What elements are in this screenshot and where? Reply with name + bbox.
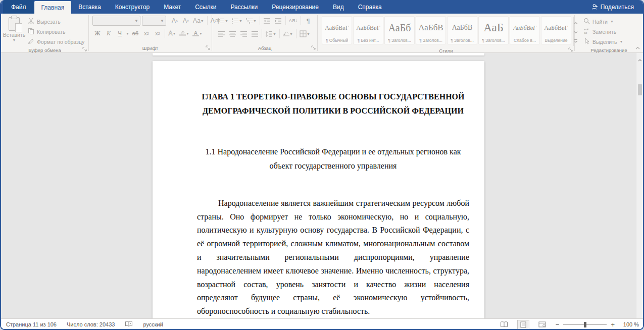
body-paragraph: Народонаселение является важнейшим страт… — [197, 197, 469, 318]
ribbon: Вставить ▼ Вырезать Копировать Формат по… — [1, 14, 643, 53]
style-no-spacing[interactable]: АаБбВвГ ¶ Без инт... — [353, 16, 383, 44]
style-subtle-emphasis[interactable]: АаБбВвГ Слабое в... — [510, 16, 540, 44]
editing-group-label: Редактирование — [590, 47, 627, 53]
tab-view[interactable]: Вид — [326, 0, 351, 14]
font-name-combobox[interactable]: ▼ — [92, 16, 140, 26]
status-bar: Страница 11 из 106 Число слов: 20433 рус… — [1, 318, 643, 330]
superscript-button[interactable]: х2 — [153, 28, 163, 38]
tab-insert[interactable]: Вставка — [71, 0, 108, 14]
underline-button[interactable]: Ч — [115, 28, 125, 38]
chapter-heading: ГЛАВА 1 ТЕОРЕТИКО-ПРАВОВЫЕ ОСНОВЫ ГОСУДА… — [197, 90, 469, 118]
word-count[interactable]: Число слов: 20433 — [62, 321, 120, 327]
replace-icon: ас — [583, 28, 590, 35]
bullets-button[interactable]: ▼ — [216, 16, 229, 26]
paste-clipboard-icon — [9, 17, 20, 31]
paste-button[interactable]: Вставить ▼ — [3, 16, 25, 41]
paragraph-group-label: Абзац — [258, 45, 272, 51]
format-painter-label: Формат по образцу — [37, 39, 84, 45]
clipboard-dialog-launcher-icon[interactable] — [82, 47, 87, 52]
highlight-color-button[interactable]: ▼ — [178, 28, 190, 38]
tab-help[interactable]: Справка — [351, 0, 389, 14]
tab-design[interactable]: Конструктор — [108, 0, 157, 14]
zoom-level[interactable]: 100 % — [622, 321, 639, 327]
tab-file[interactable]: Файл — [3, 0, 34, 14]
select-dropdown-caret: ▼ — [619, 40, 623, 43]
cut-label: Вырезать — [37, 19, 61, 25]
change-case-button[interactable]: Аа▼ — [192, 16, 205, 26]
read-mode-button[interactable] — [498, 320, 510, 329]
shrink-font-button[interactable]: А˅ — [181, 16, 191, 26]
font-color-button[interactable]: А▼ — [191, 28, 204, 38]
find-dropdown-caret: ▼ — [610, 20, 614, 23]
scrollbar-thumb[interactable] — [638, 84, 642, 95]
borders-button[interactable]: ▼ — [299, 29, 311, 39]
zoom-slider[interactable] — [563, 324, 607, 325]
tab-home[interactable]: Главная — [34, 1, 72, 14]
italic-button[interactable]: К — [104, 28, 114, 38]
replace-button[interactable]: ас Заменить — [582, 27, 624, 36]
paragraph-dialog-launcher-icon[interactable] — [311, 45, 316, 51]
zoom-in-button[interactable]: + — [611, 321, 615, 328]
print-layout-button[interactable] — [517, 320, 529, 329]
language-indicator[interactable]: русский — [138, 321, 168, 327]
find-label: Найти — [592, 19, 608, 25]
select-button[interactable]: Выделить ▼ — [582, 37, 624, 46]
justify-button[interactable] — [250, 29, 260, 39]
align-left-button[interactable] — [216, 29, 226, 39]
styles-gallery: АаБбВвГ ¶ Обычный АаБбВвГ ¶ Без инт... А… — [320, 15, 572, 44]
proofing-book-icon[interactable] — [120, 321, 138, 328]
text-effects-button[interactable]: А▼ — [167, 28, 177, 38]
share-button[interactable]: Поделиться — [582, 0, 643, 14]
align-center-button[interactable] — [227, 29, 237, 39]
strikethrough-button[interactable]: аб — [130, 28, 140, 38]
styles-dialog-launcher-icon[interactable] — [568, 47, 573, 53]
copy-button[interactable]: Копировать — [26, 27, 86, 36]
style-emphasis[interactable]: АаБбВвГ Выделение — [541, 16, 571, 44]
chevron-down-icon: ▼ — [134, 19, 138, 23]
bold-button[interactable]: Ж — [92, 28, 103, 38]
zoom-out-button[interactable]: − — [556, 321, 560, 328]
decrease-indent-button[interactable] — [262, 16, 272, 26]
underline-dropdown-caret[interactable]: ▼ — [126, 32, 129, 35]
tab-references[interactable]: Ссылки — [188, 0, 223, 14]
share-person-icon — [591, 4, 598, 10]
select-label: Выделить — [592, 39, 617, 45]
document-area: ГЛАВА 1 ТЕОРЕТИКО-ПРАВОВЫЕ ОСНОВЫ ГОСУДА… — [1, 53, 643, 318]
font-dialog-launcher-icon[interactable] — [206, 45, 210, 51]
scroll-up-icon[interactable] — [638, 53, 642, 65]
paste-dropdown-caret: ▼ — [13, 39, 16, 41]
group-paragraph: ▼ ▼ ▼ АЯ↓ ¶ ▼ — [212, 14, 317, 52]
cut-button[interactable]: Вырезать — [26, 17, 86, 26]
find-button[interactable]: Найти ▼ — [582, 17, 624, 26]
font-size-combobox[interactable]: ▼ — [142, 16, 166, 26]
tabstrip-spacer — [389, 0, 582, 14]
style-heading-1[interactable]: АаБб ¶ Заголов... — [384, 16, 415, 44]
grow-font-button[interactable]: А˄ — [170, 16, 180, 26]
web-layout-button[interactable] — [536, 320, 549, 329]
page-indicator[interactable]: Страница 11 из 106 — [5, 321, 62, 327]
style-heading-2[interactable]: АаБбВ ¶ Заголов... — [416, 16, 446, 44]
increase-indent-button[interactable] — [273, 16, 283, 26]
tab-review[interactable]: Рецензирование — [265, 0, 326, 14]
show-formatting-marks-button[interactable]: ¶ — [303, 16, 313, 26]
chevron-down-icon: ▼ — [160, 19, 164, 23]
sort-button[interactable]: АЯ↓ — [288, 16, 299, 26]
format-painter-brush-icon — [28, 38, 34, 45]
line-spacing-button[interactable]: ▼ — [264, 29, 277, 39]
vertical-scrollbar[interactable] — [636, 53, 643, 318]
style-heading-3[interactable]: АаБбВ ¶ Заголов... — [447, 16, 477, 44]
shading-button[interactable]: ▼ — [282, 29, 294, 39]
style-normal[interactable]: АаБбВвГ ¶ Обычный — [322, 16, 352, 44]
collapse-ribbon-icon[interactable] — [635, 42, 640, 51]
tab-layout[interactable]: Макет — [157, 0, 188, 14]
subscript-button[interactable]: х2 — [141, 28, 152, 38]
numbering-button[interactable]: ▼ — [230, 16, 243, 26]
tab-mailings[interactable]: Рассылки — [223, 0, 265, 14]
multilevel-list-button[interactable]: ▼ — [244, 16, 258, 26]
align-right-button[interactable] — [238, 29, 249, 39]
style-heading-4[interactable]: АаБ ¶ Заголов... — [478, 16, 509, 44]
previous-page-bottom — [153, 53, 484, 56]
format-painter-button[interactable]: Формат по образцу — [26, 37, 86, 46]
zoom-slider-thumb[interactable] — [584, 322, 586, 327]
document-page[interactable]: ГЛАВА 1 ТЕОРЕТИКО-ПРАВОВЫЕ ОСНОВЫ ГОСУДА… — [153, 61, 484, 318]
